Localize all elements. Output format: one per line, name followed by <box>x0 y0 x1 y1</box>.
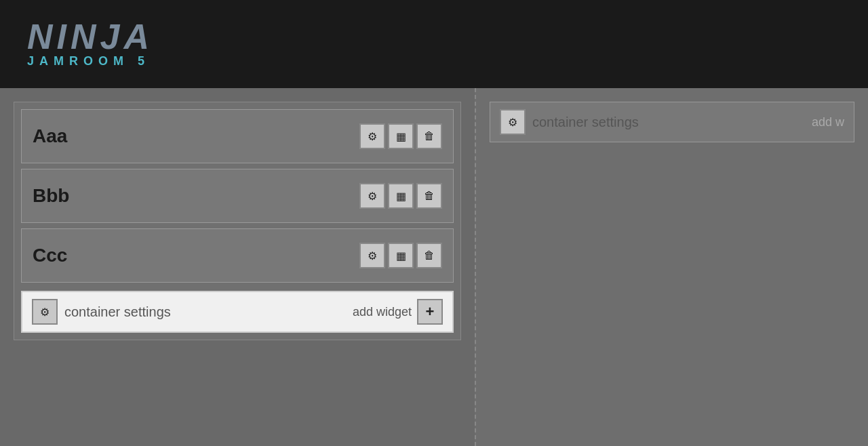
header: NINJA JAMROOM 5 <box>0 0 868 88</box>
layout-button-aaa[interactable]: ▦ <box>388 123 414 149</box>
bottom-toolbar: ⚙ container settings add widget + <box>21 291 454 333</box>
widget-actions-bbb: ⚙ ▦ 🗑 <box>359 183 442 209</box>
container-settings-label: container settings <box>64 304 171 320</box>
layout-button-bbb[interactable]: ▦ <box>388 183 414 209</box>
logo: NINJA JAMROOM 5 <box>27 19 153 69</box>
trash-icon: 🗑 <box>424 190 435 202</box>
layout-icon: ▦ <box>396 130 406 143</box>
gear-icon: ⚙ <box>368 249 377 262</box>
trash-icon: 🗑 <box>424 249 435 262</box>
widget-name-ccc: Ccc <box>33 245 67 266</box>
add-widget-label: add widget <box>353 305 412 319</box>
right-panel: ⚙ container settings add w <box>475 88 868 446</box>
trash-icon: 🗑 <box>424 130 435 142</box>
logo-jamroom: JAMROOM 5 <box>27 54 153 69</box>
settings-button-bbb[interactable]: ⚙ <box>359 183 385 209</box>
layout-icon: ▦ <box>396 249 406 262</box>
widget-row-ccc: Ccc ⚙ ▦ 🗑 <box>21 228 454 283</box>
widget-name-aaa: Aaa <box>33 125 67 147</box>
right-toolbar: ⚙ container settings add w <box>490 102 854 142</box>
layout-icon: ▦ <box>396 190 406 203</box>
settings-button-aaa[interactable]: ⚙ <box>359 123 385 149</box>
settings-button-ccc[interactable]: ⚙ <box>359 243 385 268</box>
gear-icon: ⚙ <box>40 306 50 319</box>
delete-button-aaa[interactable]: 🗑 <box>416 123 442 149</box>
add-widget-area: add widget + <box>353 299 443 325</box>
main-content: Aaa ⚙ ▦ 🗑 Bbb ⚙ <box>0 88 868 446</box>
logo-ninja: NINJA <box>27 19 153 54</box>
container-settings-left[interactable]: ⚙ container settings <box>32 299 171 325</box>
left-panel: Aaa ⚙ ▦ 🗑 Bbb ⚙ <box>0 88 475 446</box>
gear-icon: ⚙ <box>368 130 377 143</box>
layout-button-ccc[interactable]: ▦ <box>388 243 414 268</box>
widget-actions-ccc: ⚙ ▦ 🗑 <box>359 243 442 268</box>
right-add-widget-label: add w <box>812 115 844 129</box>
right-container-settings-label: container settings <box>532 115 639 130</box>
container-settings-right[interactable]: ⚙ container settings <box>500 109 639 135</box>
widget-actions-aaa: ⚙ ▦ 🗑 <box>359 123 442 149</box>
widget-row-bbb: Bbb ⚙ ▦ 🗑 <box>21 169 454 223</box>
delete-button-bbb[interactable]: 🗑 <box>416 183 442 209</box>
add-widget-button[interactable]: + <box>417 299 443 325</box>
right-gear-button[interactable]: ⚙ <box>500 109 526 135</box>
gear-icon: ⚙ <box>368 190 377 203</box>
widget-row-aaa: Aaa ⚙ ▦ 🗑 <box>21 109 454 163</box>
delete-button-ccc[interactable]: 🗑 <box>416 243 442 268</box>
widget-list: Aaa ⚙ ▦ 🗑 Bbb ⚙ <box>14 102 461 340</box>
container-settings-gear-button[interactable]: ⚙ <box>32 299 58 325</box>
widget-name-bbb: Bbb <box>33 185 69 207</box>
plus-icon: + <box>426 303 435 321</box>
gear-icon: ⚙ <box>508 116 517 129</box>
